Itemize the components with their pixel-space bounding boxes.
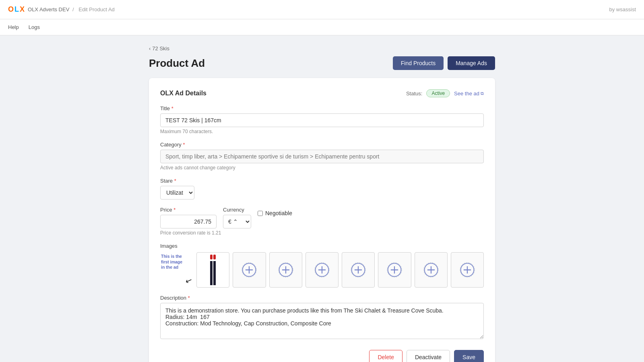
- status-label: Status:: [406, 90, 422, 97]
- breadcrumb: OLX Adverts DEV / Edit Product Ad: [28, 6, 116, 12]
- page: ‹ 72 Skis Product Ad Find Products Manag…: [141, 45, 503, 362]
- add-image-icon-1: [241, 262, 257, 278]
- price-field-group: Price *: [160, 207, 217, 228]
- add-image-slot-5[interactable]: [378, 252, 411, 288]
- currency-select[interactable]: € ⌃ RON USD: [223, 215, 251, 228]
- see-ad-label: See the ad: [454, 90, 479, 97]
- svg-rect-0: [210, 255, 213, 259]
- svg-rect-5: [213, 261, 216, 285]
- category-input[interactable]: [160, 150, 484, 163]
- external-link-icon: ⧉: [481, 91, 484, 96]
- add-image-slot-1[interactable]: [233, 252, 266, 288]
- price-input[interactable]: [160, 215, 217, 228]
- svg-rect-2: [210, 261, 213, 285]
- add-image-icon-6: [423, 262, 439, 278]
- description-textarea[interactable]: This is a demonstration store. You can p…: [160, 303, 484, 339]
- images-label: Images: [160, 243, 484, 249]
- add-image-icon-2: [278, 262, 294, 278]
- ski-image-slot[interactable]: [196, 252, 229, 288]
- card-header: OLX Ad Details Status: Active See the ad…: [160, 89, 484, 97]
- first-image-arrow-icon: ↙: [184, 275, 194, 286]
- breadcrumb-app[interactable]: OLX Adverts DEV: [28, 6, 69, 12]
- price-row: Price * Currency € ⌃ RON USD Negotiable: [160, 207, 484, 228]
- delete-button[interactable]: Delete: [369, 350, 402, 362]
- category-hint: Active ads cannot change category: [160, 165, 484, 171]
- stare-label: Stare *: [160, 178, 484, 184]
- add-image-icon-7: [459, 262, 475, 278]
- add-image-icon-5: [386, 262, 402, 278]
- logo-l: L: [14, 5, 19, 14]
- nav: Help Logs: [0, 19, 644, 35]
- negotiable-group: Negotiable: [258, 210, 292, 216]
- negotiable-label[interactable]: Negotiable: [265, 210, 292, 216]
- description-label: Description *: [160, 295, 484, 301]
- save-button[interactable]: Save: [454, 350, 484, 362]
- header-buttons: Find Products Manage Ads: [393, 56, 495, 70]
- description-group: Description * This is a demonstration st…: [160, 295, 484, 340]
- see-ad-link[interactable]: See the ad ⧉: [454, 90, 484, 97]
- currency-field-group: Currency € ⌃ RON USD: [223, 207, 251, 228]
- price-conversion-hint: Price conversion rate is 1.21: [160, 230, 484, 236]
- svg-rect-4: [213, 259, 216, 261]
- nav-help[interactable]: Help: [8, 24, 19, 30]
- topbar: OLX OLX Adverts DEV / Edit Product Ad by…: [0, 0, 644, 19]
- currency-label: Currency: [223, 207, 251, 213]
- price-group: Price * Currency € ⌃ RON USD Negotiable: [160, 207, 484, 236]
- back-link[interactable]: ‹ 72 Skis: [149, 45, 169, 51]
- logo: OLX: [8, 5, 25, 14]
- deactivate-button[interactable]: Deactivate: [407, 350, 450, 362]
- svg-rect-1: [210, 259, 213, 261]
- card-footer: Delete Deactivate Save: [160, 350, 484, 362]
- breadcrumb-page: Edit Product Ad: [78, 6, 115, 12]
- add-image-icon-3: [314, 262, 330, 278]
- breadcrumb-separator: /: [72, 6, 74, 12]
- add-image-slot-2[interactable]: [269, 252, 302, 288]
- back-link-label: 72 Skis: [152, 45, 169, 51]
- ski-svg: [210, 255, 216, 285]
- status-area: Status: Active See the ad ⧉: [406, 89, 484, 97]
- add-image-slot-4[interactable]: [342, 252, 375, 288]
- negotiable-checkbox[interactable]: [258, 211, 263, 216]
- add-image-icon-4: [350, 262, 366, 278]
- nav-logs[interactable]: Logs: [29, 24, 40, 30]
- add-image-slot-3[interactable]: [305, 252, 339, 288]
- status-badge: Active: [426, 89, 450, 97]
- category-group: Category * Active ads cannot change cate…: [160, 142, 484, 171]
- title-label: Title *: [160, 105, 484, 111]
- title-input[interactable]: [160, 113, 484, 127]
- logo-x: X: [20, 5, 25, 14]
- card-title: OLX Ad Details: [160, 90, 206, 97]
- find-products-button[interactable]: Find Products: [393, 56, 444, 70]
- add-image-slot-6[interactable]: [415, 252, 448, 288]
- back-arrow-icon: ‹: [149, 45, 151, 51]
- title-hint: Maximum 70 characters.: [160, 129, 484, 134]
- manage-ads-button[interactable]: Manage Ads: [448, 56, 495, 70]
- stare-select[interactable]: Utilizat Nou: [160, 186, 194, 200]
- topbar-by: by wsassist: [609, 6, 636, 12]
- stare-group: Stare * Utilizat Nou: [160, 178, 484, 200]
- images-row: This is the first image in the ad ↙: [160, 252, 484, 288]
- images-group: Images This is the first image in the ad…: [160, 243, 484, 288]
- first-image-text: This is the first image in the ad: [161, 254, 185, 270]
- category-label: Category *: [160, 142, 484, 148]
- svg-rect-3: [213, 255, 216, 259]
- ad-details-card: OLX Ad Details Status: Active See the ad…: [149, 78, 495, 362]
- add-image-slot-7[interactable]: [451, 252, 484, 288]
- first-image-slot: This is the first image in the ad ↙: [160, 252, 193, 288]
- price-label: Price *: [160, 207, 217, 213]
- title-group: Title * Maximum 70 characters.: [160, 105, 484, 134]
- logo-o: O: [8, 5, 14, 14]
- page-header: Product Ad Find Products Manage Ads: [149, 56, 495, 70]
- page-title: Product Ad: [149, 57, 205, 70]
- topbar-left: OLX OLX Adverts DEV / Edit Product Ad: [8, 5, 116, 14]
